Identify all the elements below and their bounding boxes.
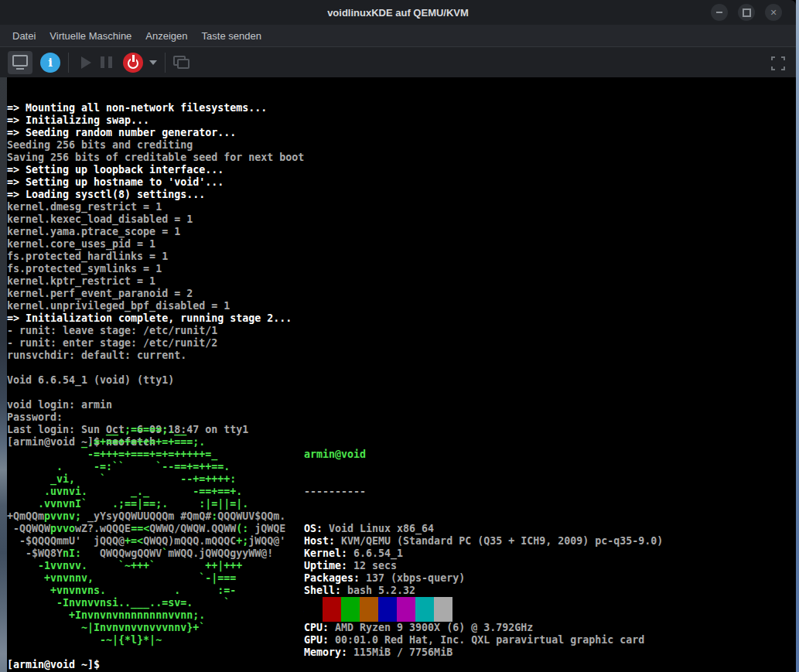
ascii-art-line: -~|{*l}*|~ [7, 634, 285, 646]
console-line: Password: [7, 411, 796, 424]
ascii-art-line: -Invnvvnsi..___..=sv=. ` [7, 597, 285, 609]
console-line: Seeding 256 bits and crediting [7, 139, 796, 152]
titlebar: voidlinuxKDE auf QEMU/KVM ✕ [0, 0, 796, 25]
desktop-wallpaper-sliver-left [0, 77, 7, 672]
neofetch-info-row: Packages: 137 (xbps-query) [304, 572, 663, 585]
shutdown-button[interactable] [123, 53, 143, 73]
ascii-art-line: -QQWQWpvvowZ?.wQQQE==<QWWQ/QWQW.QQWW(: j… [7, 523, 285, 535]
menu-taste-senden[interactable]: Taste senden [195, 30, 268, 42]
neofetch-separator: ---------- [304, 486, 663, 498]
run-button[interactable] [81, 56, 91, 69]
terminal-color-swatch [360, 597, 378, 622]
neofetch-info-row: Kernel: 6.6.54_1 [304, 547, 663, 560]
console-line: => Mounting all non-network filesystems.… [7, 102, 796, 114]
console-line: => Setting up hostname to 'void'... [7, 176, 796, 189]
console-line: => Initialization complete, running stag… [7, 312, 796, 325]
toolbar: i [0, 46, 796, 77]
window-controls: ✕ [711, 4, 782, 21]
pause-icon [108, 56, 112, 68]
monitor-icon [12, 55, 28, 67]
terminal-palette [304, 597, 452, 622]
toolbar-separator [165, 53, 166, 73]
ascii-art-line: _vi, ` --+=++++: [7, 473, 285, 486]
console-line: => Initializing swap... [7, 114, 796, 127]
pause-button[interactable] [101, 56, 112, 68]
fullscreen-button[interactable] [771, 56, 785, 70]
screenshot-button[interactable] [173, 56, 190, 70]
minimize-button[interactable] [711, 4, 728, 21]
close-icon: ✕ [770, 9, 777, 17]
minimize-icon [716, 12, 722, 13]
terminal: => Mounting all non-network filesystems.… [7, 77, 796, 672]
ascii-art-line: -$QQQQmmU' jQQQ@+=<QWQQ)mQQQ.mQQQC+;jWQQ… [7, 535, 285, 547]
vm-console-display[interactable]: => Mounting all non-network filesystems.… [0, 77, 796, 672]
terminal-color-swatch [378, 597, 397, 622]
console-line: void login: armin [7, 399, 796, 411]
shell-prompt: [armin@void ~]$ [7, 659, 100, 671]
neofetch-info-row: Host: KVM/QEMU (Standard PC (Q35 + ICH9,… [304, 535, 663, 547]
ascii-art-line: -$WQ8YnI: QWQQwgQQWV`mWQQ.jQWQQgyyWW@! [7, 547, 285, 560]
neofetch-info-row: OS: Void Linux x86_64 [304, 523, 663, 535]
console-line: kernel.unprivileged_bpf_disabled = 1 [7, 300, 796, 312]
ascii-art-line: +QmQQmpvvnv; _yYsyQQWUUQQQm #QmQ#:QQQWUV… [7, 510, 285, 523]
maximize-icon [743, 9, 751, 17]
menu-anzeigen[interactable]: Anzeigen [138, 30, 194, 42]
menubar: Datei Virtuelle Maschine Anzeigen Taste … [0, 25, 796, 46]
console-line: Void 6.6.54_1 (void) (tty1) [7, 374, 796, 387]
ascii-art-line: ~|Invnvnvvnvvvnnv}+` [7, 622, 285, 634]
console-line: kernel.core_uses_pid = 1 [7, 238, 796, 251]
pause-icon [101, 56, 104, 68]
ascii-art-line: -=+++=+===+=+=+++++=_ [7, 449, 285, 461]
terminal-color-swatch [397, 597, 415, 622]
console-line: kernel.dmesg_restrict = 1 [7, 201, 796, 213]
ascii-art-line: +vnvnnv, `-|=== [7, 572, 285, 585]
ascii-art-line: __.;=====;.__ [7, 424, 285, 436]
console-line: kernel.kptr_restrict = 1 [7, 275, 796, 288]
console-line: - runit: enter stage: /etc/runit/2 [7, 337, 796, 350]
console-line [7, 387, 796, 399]
menu-datei[interactable]: Datei [5, 30, 43, 42]
console-line: fs.protected_hardlinks = 1 [7, 251, 796, 263]
ascii-art-line: +vnvnvns. . :=- [7, 585, 285, 597]
console-line: kernel.perf_event_paranoid = 2 [7, 288, 796, 300]
neofetch-info: armin@void ---------- OS: Void Linux x86… [304, 424, 663, 659]
ascii-art-line: . -=:`` `--==+=++==. [7, 461, 285, 473]
neofetch-user-host: armin@void [304, 449, 663, 461]
screenshot-root: voidlinuxKDE auf QEMU/KVM ✕ Datei Virtue… [0, 0, 799, 672]
ascii-art-line: _.=+==++=++=+=+===;. [7, 436, 285, 449]
neofetch-info-row: GPU: 00:01.0 Red Hat, Inc. QXL paravirtu… [304, 634, 663, 646]
close-button[interactable]: ✕ [765, 4, 782, 21]
console-line: Saving 256 bits of creditable seed for n… [7, 152, 796, 164]
monitor-stand-icon [16, 68, 24, 70]
shutdown-menu-arrow-icon[interactable] [149, 60, 157, 65]
desktop-wallpaper-sliver-right [796, 0, 799, 672]
neofetch-info-row: Memory: 115MiB / 7756MiB [304, 646, 663, 659]
console-line: runsvchdir: default: current. [7, 350, 796, 362]
ascii-art-line: +Invnvnvnnnnnnnnvvnn;. [7, 609, 285, 622]
graphical-console-button[interactable] [8, 51, 32, 74]
ascii-art-line: .uvnvi. _._ -==+==+. [7, 486, 285, 498]
boot-lines: => Mounting all non-network filesystems.… [7, 102, 796, 449]
info-icon: i [48, 56, 53, 70]
virt-manager-window: voidlinuxKDE auf QEMU/KVM ✕ Datei Virtue… [0, 0, 796, 672]
window-title: voidlinuxKDE auf QEMU/KVM [327, 7, 469, 19]
terminal-color-swatch [304, 597, 323, 622]
terminal-color-swatch [323, 597, 341, 622]
console-line: => Setting up loopback interface... [7, 164, 796, 176]
vm-info-button[interactable]: i [40, 53, 60, 73]
terminal-color-swatch [434, 597, 452, 622]
ascii-art-line: -1vvnvv. `~+++` ++|+++ [7, 560, 285, 572]
console-line: kernel.yama.ptrace_scope = 1 [7, 226, 796, 238]
neofetch-ascii-art: __.;=====;.__ _.=+==++=++=+=+===;. -=+++… [7, 424, 285, 646]
ascii-art-line: .vvnvnI` .;==|==;. :|=||=|. [7, 498, 285, 510]
maximize-button[interactable] [738, 4, 755, 21]
console-line: fs.protected_symlinks = 1 [7, 263, 796, 275]
toolbar-separator [68, 53, 69, 73]
terminal-color-swatch [415, 597, 434, 622]
console-line: => Seeding random number generator... [7, 127, 796, 139]
neofetch-info-row: Shell: bash 5.2.32 [304, 585, 663, 597]
terminal-color-swatch [341, 597, 360, 622]
console-line: => Loading sysctl(8) settings... [7, 189, 796, 201]
console-line: - runit: leave stage: /etc/runit/1 [7, 325, 796, 337]
menu-virtuelle-maschine[interactable]: Virtuelle Maschine [43, 30, 138, 42]
